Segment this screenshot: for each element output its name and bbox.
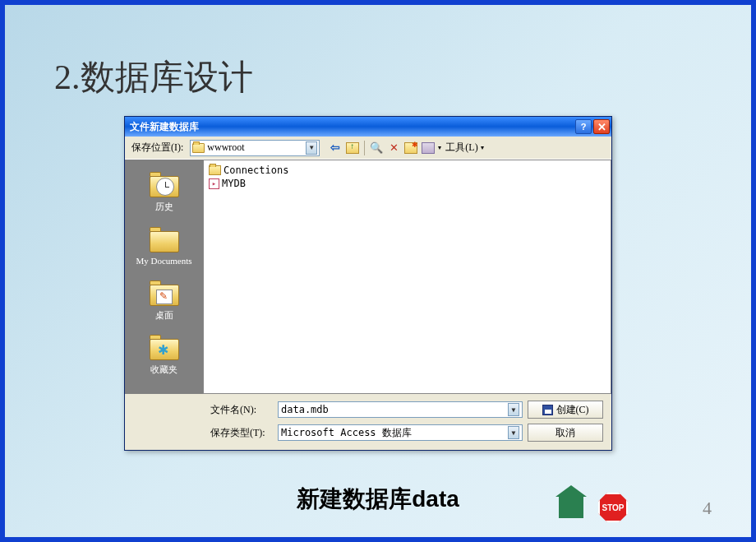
places-mydocs-label: My Documents <box>136 256 191 266</box>
cancel-button-label: 取消 <box>555 426 575 440</box>
places-history[interactable]: 历史 <box>130 164 199 219</box>
places-favorites[interactable]: ✱ 收藏夹 <box>130 327 199 382</box>
filename-input[interactable]: data.mdb ▼ <box>278 401 523 418</box>
list-item[interactable]: Connections <box>209 164 606 177</box>
filename-label: 文件名(N): <box>210 403 273 417</box>
file-dialog: 文件新建数据库 ? ✕ 保存位置(I): wwwroot ▼ ⇦ 🔍 ✕ ▾ 工… <box>124 116 612 451</box>
search-icon[interactable]: 🔍 <box>369 141 384 155</box>
file-list[interactable]: Connections ▸ MYDB <box>203 160 611 394</box>
places-bar: 历史 My Documents 桌面 ✱ 收藏夹 <box>125 160 203 394</box>
database-icon: ▸ <box>209 178 219 189</box>
stop-icon[interactable]: STOP <box>598 493 628 522</box>
chevron-down-icon: ▼ <box>508 426 519 439</box>
filetype-select[interactable]: Microsoft Access 数据库 ▼ <box>278 424 523 441</box>
file-name: Connections <box>224 164 288 176</box>
save-icon <box>542 405 553 415</box>
save-location-value: wwwroot <box>207 141 244 154</box>
tools-dropdown-arrow[interactable]: ▾ <box>481 144 484 151</box>
slide-title: 2.数据库设计 <box>54 54 253 100</box>
new-folder-icon[interactable] <box>403 141 418 155</box>
create-button[interactable]: 创建(C) <box>528 401 603 419</box>
chevron-down-icon: ▼ <box>508 403 519 416</box>
delete-icon[interactable]: ✕ <box>386 141 401 155</box>
file-name: MYDB <box>222 178 246 189</box>
list-item[interactable]: ▸ MYDB <box>209 177 606 190</box>
tools-menu[interactable]: 工具(L) <box>445 141 477 155</box>
back-icon[interactable]: ⇦ <box>328 141 343 155</box>
filetype-value: Microsoft Access 数据库 <box>281 426 412 440</box>
places-desktop[interactable]: 桌面 <box>130 273 199 327</box>
dialog-bottom: 文件名(N): data.mdb ▼ 创建(C) 保存类型(T): Micros… <box>125 394 611 450</box>
filetype-label: 保存类型(T): <box>210 426 273 440</box>
titlebar-text: 文件新建数据库 <box>130 120 574 134</box>
places-mydocs[interactable]: My Documents <box>130 219 199 273</box>
places-history-label: 历史 <box>155 201 173 213</box>
slide-caption: 新建数据库data <box>5 484 751 515</box>
separator <box>364 141 365 155</box>
filename-value: data.mdb <box>281 404 329 415</box>
titlebar[interactable]: 文件新建数据库 ? ✕ <box>125 117 611 137</box>
places-favorites-label: 收藏夹 <box>150 364 177 376</box>
views-dropdown-arrow[interactable]: ▾ <box>438 144 441 151</box>
chevron-down-icon: ▼ <box>306 141 317 155</box>
places-desktop-label: 桌面 <box>155 309 173 322</box>
folder-icon <box>209 165 221 175</box>
views-icon[interactable] <box>421 141 436 155</box>
help-button[interactable]: ? <box>575 119 592 134</box>
folder-icon <box>192 143 205 153</box>
page-number: 4 <box>703 498 712 519</box>
save-location-select[interactable]: wwwroot ▼ <box>190 140 320 156</box>
home-icon[interactable] <box>559 497 583 518</box>
toolbar: 保存位置(I): wwwroot ▼ ⇦ 🔍 ✕ ▾ 工具(L) ▾ <box>125 137 611 160</box>
create-button-label: 创建(C) <box>556 403 589 417</box>
cancel-button[interactable]: 取消 <box>528 424 603 442</box>
close-button[interactable]: ✕ <box>593 119 610 134</box>
up-folder-icon[interactable] <box>345 141 360 155</box>
save-location-label: 保存位置(I): <box>131 141 183 155</box>
